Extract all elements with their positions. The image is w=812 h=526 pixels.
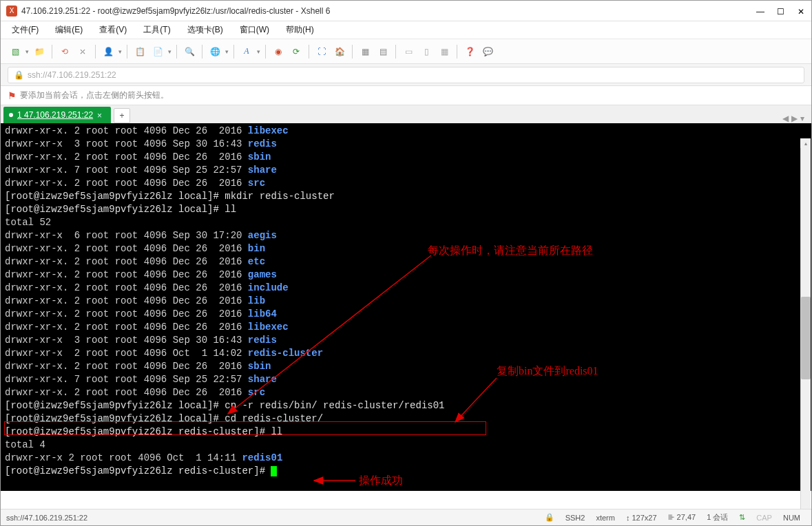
fullscreen-icon[interactable]: ⛶	[314, 44, 329, 59]
close-button[interactable]: ✕	[798, 7, 806, 15]
menu-view[interactable]: 查看(V)	[96, 22, 129, 38]
status-num: NUM	[783, 514, 800, 522]
tab-close-icon[interactable]: ×	[97, 111, 105, 119]
titlebar: X 47.106.219.251:22 - root@izwz9ef5sjam9…	[1, 1, 811, 21]
status-cursor: ⊪ 27,47	[668, 513, 696, 522]
status-bar: ssh://47.106.219.251:22 🔒 SSH2 xterm ↕ 1…	[1, 509, 811, 525]
tab-menu-icon[interactable]: ▾	[800, 114, 804, 123]
status-updown-icon: ⇅	[739, 513, 745, 522]
address-input[interactable]: 🔒 ssh://47.106.219.251:22	[8, 67, 804, 83]
menubar: 文件(F) 编辑(E) 查看(V) 工具(T) 选项卡(B) 窗口(W) 帮助(…	[1, 21, 811, 39]
status-cap: CAP	[756, 514, 772, 522]
scroll-up-arrow[interactable]: ▴	[800, 138, 811, 148]
xshell-icon[interactable]: ◉	[271, 44, 286, 59]
layout1-icon[interactable]: ▭	[401, 44, 416, 59]
reconnect-icon[interactable]: ⟲	[57, 44, 72, 59]
tab-active[interactable]: 1 47.106.219.251:22 ×	[3, 107, 111, 123]
copy-icon[interactable]: 📋	[132, 44, 147, 59]
status-sessions: 1 会话	[707, 512, 728, 523]
window-controls: — ☐ ✕	[756, 7, 806, 15]
grid1-icon[interactable]: ▦	[357, 44, 373, 59]
hint-bar: ⚑ 要添加当前会话，点击左侧的箭头按钮。	[1, 86, 811, 105]
help-icon[interactable]: ❓	[462, 44, 477, 59]
minimize-button[interactable]: —	[756, 7, 764, 15]
app-icon: X	[6, 6, 17, 17]
layout3-icon[interactable]: ▦	[437, 44, 452, 59]
scrollbar-thumb[interactable]	[801, 297, 811, 379]
menu-tabs[interactable]: 选项卡(B)	[185, 22, 226, 38]
tab-add-button[interactable]: +	[114, 108, 130, 123]
status-address: ssh://47.106.219.251:22	[6, 514, 539, 522]
tab-status-dot	[9, 113, 13, 117]
chat-icon[interactable]: 💬	[480, 44, 495, 59]
layout2-icon[interactable]: ▯	[419, 44, 434, 59]
paste-icon[interactable]: 📄	[150, 44, 165, 59]
tab-bar: 1 47.106.219.251:22 × + ◀ ▶ ▾	[1, 105, 811, 123]
home-icon[interactable]: 🏠	[332, 44, 347, 59]
menu-tools[interactable]: 工具(T)	[140, 22, 173, 38]
menu-file[interactable]: 文件(F)	[9, 22, 41, 38]
address-text: ssh://47.106.219.251:22	[28, 70, 116, 80]
menu-help[interactable]: 帮助(H)	[283, 22, 317, 38]
lock-icon: 🔒	[545, 513, 554, 522]
refresh-icon[interactable]: ⟳	[289, 44, 304, 59]
profile-icon[interactable]: 👤	[101, 44, 116, 59]
menu-edit[interactable]: 编辑(E)	[52, 22, 85, 38]
grid2-icon[interactable]: ▤	[375, 44, 391, 59]
toolbar: ▧ ▾ 📁 ⟲ ⤫ 👤 ▾ 📋 📄 ▾ 🔍 🌐 ▾ A ▾ ◉ ⟳ ⛶ 🏠 ▦ …	[1, 39, 811, 64]
window-title: 47.106.219.251:22 - root@izwz9ef5sjam9pv…	[21, 6, 756, 16]
disconnect-icon[interactable]: ⤫	[75, 44, 90, 59]
address-bar: 🔒 ssh://47.106.219.251:22	[1, 64, 811, 86]
open-folder-icon[interactable]: 📁	[32, 44, 47, 59]
flag-icon: ⚑	[8, 90, 17, 101]
status-ssh: SSH2	[565, 514, 585, 522]
tab-label: 1 47.106.219.251:22	[17, 110, 93, 120]
lock-icon: 🔒	[14, 70, 24, 80]
tab-prev-icon[interactable]: ◀	[782, 114, 789, 123]
new-session-icon[interactable]: ▧	[8, 44, 23, 59]
terminal[interactable]: drwxr-xr-x. 2 root root 4096 Dec 26 2016…	[1, 123, 811, 491]
menu-window[interactable]: 窗口(W)	[237, 22, 272, 38]
globe-icon[interactable]: 🌐	[207, 44, 222, 59]
tab-next-icon[interactable]: ▶	[791, 114, 798, 123]
hint-text: 要添加当前会话，点击左侧的箭头按钮。	[20, 90, 169, 101]
status-size: ↕ 127x27	[626, 514, 657, 522]
maximize-button[interactable]: ☐	[777, 7, 785, 15]
find-icon[interactable]: 🔍	[182, 44, 197, 59]
font-icon[interactable]: A	[239, 44, 254, 59]
status-term: xterm	[596, 514, 615, 522]
